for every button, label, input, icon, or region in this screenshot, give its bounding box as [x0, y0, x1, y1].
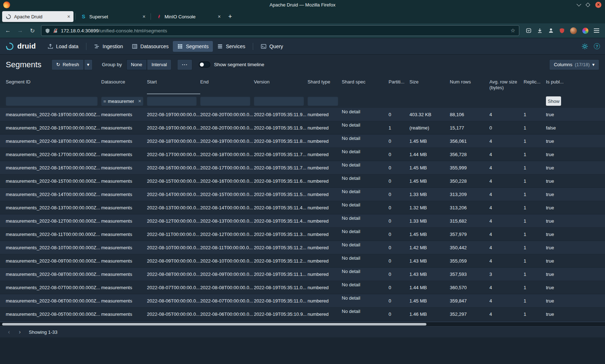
- group-by-interval-button[interactable]: Interval: [147, 59, 172, 70]
- cell-start[interactable]: 2022-08-11T00:00:00.0...: [147, 232, 200, 237]
- segment-id-filter-input[interactable]: [6, 96, 98, 106]
- cell-size[interactable]: 1.45 MB: [409, 178, 450, 184]
- column-header-datasource[interactable]: Datasource: [101, 74, 147, 94]
- cell-version[interactable]: 2022-08-19T05:35:11.3...: [254, 232, 308, 237]
- cell-segment-id[interactable]: measurements_2022-08-05T00:00:00.000Z...: [6, 311, 101, 317]
- cell-avg-row-size[interactable]: 4: [489, 138, 524, 144]
- extension-pinwheel-icon[interactable]: [582, 28, 588, 34]
- refresh-interval-dropdown[interactable]: ▾: [84, 59, 93, 70]
- cell-size[interactable]: 1.33 MB: [409, 218, 450, 224]
- cell-segment-id[interactable]: measurements_2022-08-06T00:00:00.000Z...: [6, 298, 101, 304]
- cell-datasource[interactable]: measurements: [101, 218, 147, 224]
- cell-is-published[interactable]: true: [546, 245, 604, 250]
- cell-avg-row-size[interactable]: 4: [489, 205, 524, 210]
- cell-num-rows[interactable]: 360,570: [450, 285, 489, 290]
- cell-version[interactable]: 2022-08-19T05:35:10.9...: [254, 311, 308, 317]
- cell-version[interactable]: 2022-08-19T05:35:11.2...: [254, 258, 308, 264]
- cell-replicas[interactable]: 1: [524, 125, 546, 131]
- horizontal-scrollbar[interactable]: [0, 322, 605, 326]
- cell-end[interactable]: 2022-08-08T00:00:00.0...: [200, 285, 254, 290]
- tab-superset[interactable]: S Superset ×: [77, 11, 149, 22]
- cell-start[interactable]: 2022-08-08T00:00:00.0...: [147, 272, 200, 277]
- cell-end[interactable]: 2022-08-11T00:00:00.0...: [200, 245, 254, 250]
- cell-partition[interactable]: 0: [389, 165, 409, 170]
- cell-size[interactable]: 1.44 MB: [409, 285, 450, 290]
- table-row[interactable]: measurements_2022-08-08T00:00:00.000Z...…: [0, 268, 605, 281]
- cell-size[interactable]: 1.32 MB: [409, 205, 450, 210]
- cell-start[interactable]: 2022-08-19T00:00:00.0...: [147, 125, 200, 131]
- cell-datasource[interactable]: measurements: [101, 245, 147, 250]
- cell-size[interactable]: 1.45 MB: [409, 232, 450, 237]
- tab-close-icon[interactable]: ×: [67, 14, 70, 19]
- cell-avg-row-size[interactable]: 4: [489, 165, 524, 170]
- cell-partition[interactable]: 1: [389, 125, 409, 131]
- toggle-switch-off[interactable]: [199, 62, 210, 68]
- column-header-end[interactable]: End: [200, 74, 254, 94]
- cell-shard-type[interactable]: numbered: [308, 272, 342, 277]
- cell-is-published[interactable]: true: [546, 138, 604, 144]
- cell-version[interactable]: 2022-08-19T05:35:11.8...: [254, 138, 308, 144]
- cell-avg-row-size[interactable]: 4: [489, 192, 524, 197]
- cell-replicas[interactable]: 1: [524, 232, 546, 237]
- cell-size[interactable]: 1.43 MB: [409, 258, 450, 264]
- cell-end[interactable]: 2022-08-09T00:00:00.0...: [200, 272, 254, 277]
- cell-num-rows[interactable]: 15,177: [450, 125, 489, 131]
- cell-datasource[interactable]: measurements: [101, 152, 147, 157]
- table-row[interactable]: measurements_2022-08-17T00:00:00.000Z...…: [0, 148, 605, 161]
- cell-version[interactable]: 2022-08-19T05:35:11.9...: [254, 125, 308, 131]
- druid-brand[interactable]: druid: [5, 42, 36, 51]
- column-header-segment-id[interactable]: Segment ID: [6, 74, 101, 94]
- cell-avg-row-size[interactable]: 4: [489, 258, 524, 264]
- cell-num-rows[interactable]: 352,297: [450, 311, 489, 317]
- cell-shard-type[interactable]: numbered: [308, 205, 342, 210]
- cell-is-published[interactable]: true: [546, 258, 604, 264]
- cell-is-published[interactable]: true: [546, 192, 604, 197]
- column-header-replicas[interactable]: Replic...: [524, 74, 546, 94]
- cell-partition[interactable]: 0: [389, 178, 409, 184]
- next-page-button[interactable]: ›: [15, 328, 24, 336]
- table-row[interactable]: measurements_2022-08-14T00:00:00.000Z...…: [0, 188, 605, 201]
- cell-is-published[interactable]: true: [546, 205, 604, 210]
- cell-size[interactable]: 1.33 MB: [409, 192, 450, 197]
- cell-segment-id[interactable]: measurements_2022-08-11T00:00:00.000Z...: [6, 232, 101, 237]
- cell-end[interactable]: 2022-08-13T00:00:00.0...: [200, 218, 254, 224]
- cell-partition[interactable]: 0: [389, 298, 409, 304]
- cell-segment-id[interactable]: measurements_2022-08-19T00:00:00.000Z...: [6, 112, 101, 117]
- cell-segment-id[interactable]: measurements_2022-08-15T00:00:00.000Z...: [6, 178, 101, 184]
- cell-segment-id[interactable]: measurements_2022-08-13T00:00:00.000Z...: [6, 205, 101, 210]
- group-by-none-button[interactable]: None: [126, 59, 147, 70]
- segment-timeline-toggle[interactable]: Show segment timeline: [199, 62, 264, 68]
- cell-replicas[interactable]: 1: [524, 205, 546, 210]
- cell-version[interactable]: 2022-08-19T05:35:11.5...: [254, 192, 308, 197]
- cell-version[interactable]: 2022-08-19T05:35:11.9...: [254, 112, 308, 117]
- cell-avg-row-size[interactable]: 4: [489, 112, 524, 117]
- forward-button[interactable]: →: [15, 26, 25, 36]
- cell-datasource[interactable]: measurements: [101, 311, 147, 317]
- window-minimize-icon[interactable]: [577, 2, 581, 6]
- cell-replicas[interactable]: 1: [524, 311, 546, 317]
- end-filter-input[interactable]: [200, 96, 250, 106]
- cell-start[interactable]: 2022-08-07T00:00:00.0...: [147, 285, 200, 290]
- cell-version[interactable]: 2022-08-19T05:35:11.4...: [254, 218, 308, 224]
- ublock-shield-icon[interactable]: [559, 28, 565, 33]
- cell-num-rows[interactable]: 356,061: [450, 138, 489, 144]
- cell-start[interactable]: 2022-08-18T00:00:00.0...: [147, 138, 200, 144]
- cell-version[interactable]: 2022-08-19T05:35:11.0...: [254, 298, 308, 304]
- url-bar[interactable]: 172.18.0.4:30899/unified-console.html#se…: [41, 25, 519, 36]
- cell-num-rows[interactable]: 357,593: [450, 272, 489, 277]
- cell-replicas[interactable]: 1: [524, 192, 546, 197]
- cell-is-published[interactable]: true: [546, 112, 604, 117]
- cell-segment-id[interactable]: measurements_2022-08-10T00:00:00.000Z...: [6, 245, 101, 250]
- table-row[interactable]: measurements_2022-08-11T00:00:00.000Z...…: [0, 228, 605, 241]
- cell-num-rows[interactable]: 355,059: [450, 258, 489, 264]
- cell-replicas[interactable]: 1: [524, 258, 546, 264]
- cell-segment-id[interactable]: measurements_2022-08-19T00:00:00.000Z...: [6, 125, 101, 131]
- columns-button[interactable]: Columns (17/18) ▾: [549, 59, 599, 70]
- table-row[interactable]: measurements_2022-08-16T00:00:00.000Z...…: [0, 161, 605, 174]
- bookmark-star-icon[interactable]: ☆: [511, 27, 515, 34]
- cell-replicas[interactable]: 1: [524, 152, 546, 157]
- cell-num-rows[interactable]: 355,999: [450, 165, 489, 170]
- cell-is-published[interactable]: true: [546, 272, 604, 277]
- cell-avg-row-size[interactable]: 4: [489, 245, 524, 250]
- cell-replicas[interactable]: 1: [524, 112, 546, 117]
